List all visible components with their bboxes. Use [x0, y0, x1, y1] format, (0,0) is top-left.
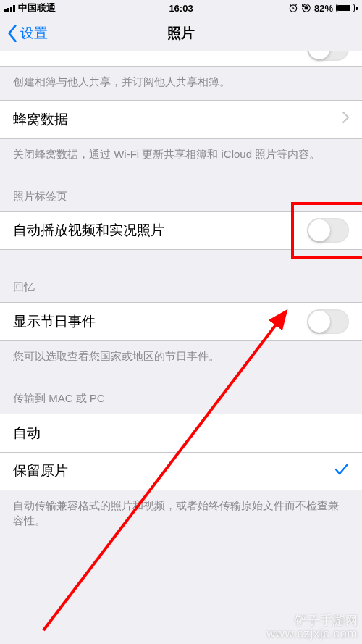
status-bar: 中国联通 16:03 82%	[0, 0, 362, 16]
memories-footer: 您可以选取查看您国家或地区的节日事件。	[0, 341, 362, 375]
transfer-auto-label: 自动	[13, 424, 41, 443]
cellular-row[interactable]: 蜂窝数据	[0, 101, 362, 138]
autoplay-row: 自动播放视频和实况照片	[0, 212, 362, 249]
autoplay-toggle[interactable]	[307, 218, 349, 243]
alarm-icon	[288, 3, 298, 13]
shared-albums-toggle[interactable]	[307, 51, 349, 61]
chevron-right-icon	[342, 112, 349, 127]
photos-tab-group: 自动播放视频和实况照片	[0, 211, 362, 250]
partial-row-top	[0, 51, 362, 67]
transfer-footer: 自动传输兼容格式的照片和视频，或者始终传输原始文件而不检查兼容性。	[0, 490, 362, 540]
transfer-keep-row[interactable]: 保留原片	[0, 452, 362, 490]
autoplay-label: 自动播放视频和实况照片	[13, 221, 164, 240]
signal-icon	[4, 4, 15, 12]
status-time: 16:03	[169, 3, 193, 14]
transfer-header: 传输到 MAC 或 PC	[0, 375, 362, 414]
holiday-toggle[interactable]	[307, 309, 349, 334]
svg-rect-1	[305, 7, 308, 9]
battery-percent: 82%	[314, 3, 333, 14]
watermark: 铲子手游网 www.czjxjc.com	[266, 614, 358, 641]
back-button[interactable]: 设置	[7, 24, 48, 43]
nav-bar: 设置 照片	[0, 16, 362, 51]
transfer-keep-label: 保留原片	[13, 461, 68, 480]
battery-icon	[336, 4, 358, 12]
cellular-footer: 关闭蜂窝数据，通过 Wi-Fi 更新共享相簿和 iCloud 照片等内容。	[0, 139, 362, 172]
back-label: 设置	[20, 24, 48, 43]
memories-group: 显示节日事件	[0, 302, 362, 341]
back-chevron-icon	[7, 25, 17, 42]
photos-tab-header: 照片标签页	[0, 172, 362, 212]
holiday-row: 显示节日事件	[0, 303, 362, 340]
carrier-label: 中国联通	[18, 1, 56, 14]
status-left: 中国联通	[4, 1, 56, 14]
cellular-label: 蜂窝数据	[13, 110, 68, 129]
memories-header: 回忆	[0, 250, 362, 302]
page-title: 照片	[167, 24, 195, 43]
transfer-auto-row[interactable]: 自动	[0, 414, 362, 452]
shared-albums-footer: 创建相簿与他人共享，并订阅他人共享相簿。	[0, 67, 362, 100]
holiday-label: 显示节日事件	[13, 312, 96, 331]
transfer-group: 自动 保留原片	[0, 414, 362, 490]
orientation-lock-icon	[301, 3, 311, 13]
status-right: 82%	[288, 3, 358, 14]
checkmark-icon	[334, 463, 349, 480]
cellular-group: 蜂窝数据	[0, 100, 362, 139]
